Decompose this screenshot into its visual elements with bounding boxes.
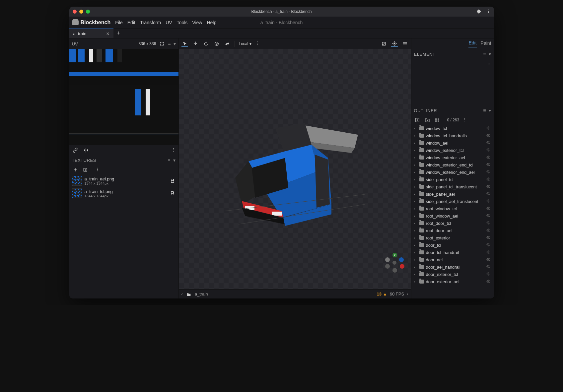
close-tab-button[interactable]: ×	[106, 31, 109, 37]
extension-icon[interactable]	[477, 9, 481, 15]
outliner-item[interactable]: › door_tcl_handrail	[411, 249, 494, 256]
menu-tools[interactable]: Tools	[177, 20, 188, 25]
visibility-toggle-icon[interactable]	[486, 235, 491, 241]
save-texture-button[interactable]	[169, 177, 176, 184]
expand-chevron-icon[interactable]: ›	[414, 156, 417, 160]
outliner-item[interactable]: › side_panel_ael_translucent	[411, 198, 494, 205]
visibility-toggle-icon[interactable]	[486, 162, 491, 168]
kebab-menu-icon[interactable]	[486, 9, 491, 15]
cursor-tool-icon[interactable]	[181, 40, 188, 47]
breadcrumb-root-icon[interactable]	[185, 291, 192, 297]
visibility-toggle-icon[interactable]	[486, 191, 491, 197]
expand-chevron-icon[interactable]: ›	[414, 243, 417, 247]
outliner-item[interactable]: › window_exterior_ael	[411, 154, 494, 161]
visibility-toggle-icon[interactable]	[486, 126, 491, 131]
outliner-item[interactable]: › side_panel_tcl	[411, 176, 494, 183]
menu-help[interactable]: Help	[207, 20, 216, 25]
visibility-toggle-icon[interactable]	[486, 184, 491, 190]
textures-panel-chevron[interactable]: ▾	[173, 158, 176, 163]
expand-chevron-icon[interactable]: ›	[414, 200, 417, 203]
outliner-item[interactable]: › window_exterior_end_tcl	[411, 161, 494, 168]
outliner-item[interactable]: › roof_window_tcl	[411, 205, 494, 212]
edit-mode-tab[interactable]: Edit	[468, 40, 476, 47]
visibility-toggle-icon[interactable]	[486, 169, 491, 175]
textures-panel-menu[interactable]: ≡	[168, 158, 171, 163]
3d-viewport[interactable]: Y	[179, 49, 411, 289]
breadcrumb-back[interactable]: ‹	[181, 292, 183, 296]
mirror-icon[interactable]	[83, 147, 89, 154]
outliner-item[interactable]: › side_panel_tcl_translucent	[411, 183, 494, 190]
expand-chevron-icon[interactable]: ›	[414, 265, 417, 269]
outliner-item[interactable]: › roof_exterior	[411, 234, 494, 241]
minimize-window-button[interactable]	[79, 10, 83, 14]
visibility-toggle-icon[interactable]	[486, 155, 491, 161]
outliner-item[interactable]: › door_tcl	[411, 241, 494, 249]
viewport-toolbar-menu[interactable]	[255, 41, 260, 46]
outliner-item[interactable]: › window_exterior_end_ael	[411, 168, 494, 176]
outliner-item[interactable]: › window_exterior_tcl	[411, 147, 494, 154]
outliner-item[interactable]: › door_ael_handrail	[411, 263, 494, 271]
visibility-toggle-icon[interactable]	[486, 133, 491, 139]
import-texture-button[interactable]	[82, 166, 89, 173]
expand-chevron-icon[interactable]: ›	[414, 258, 417, 262]
element-panel-chevron[interactable]: ▾	[489, 51, 491, 57]
textures-toolbar-menu[interactable]	[95, 167, 100, 173]
expand-chevron-icon[interactable]: ›	[414, 134, 417, 138]
expand-chevron-icon[interactable]: ›	[414, 236, 417, 240]
visibility-toggle-icon[interactable]	[486, 199, 491, 204]
visibility-toggle-icon[interactable]	[486, 272, 491, 277]
move-tool-icon[interactable]	[192, 40, 199, 47]
rotate-tool-icon[interactable]	[203, 40, 209, 47]
outliner-item[interactable]: › door_ael	[411, 256, 494, 263]
pivot-tool-icon[interactable]	[224, 40, 231, 47]
add-texture-button[interactable]	[72, 166, 79, 173]
menu-edit[interactable]: Edit	[127, 20, 135, 25]
uv-panel-chevron[interactable]: ▾	[174, 41, 176, 46]
uv-viewport[interactable]	[69, 49, 178, 145]
expand-chevron-icon[interactable]: ›	[414, 127, 417, 130]
breadcrumb-path[interactable]: a_train	[195, 292, 208, 296]
visibility-toggle-icon[interactable]	[486, 206, 491, 212]
texture-item[interactable]: a_train_tcl.png 1344 x 1344px	[69, 187, 178, 200]
viewport-options-icon[interactable]	[402, 40, 408, 47]
expand-chevron-icon[interactable]: ›	[414, 207, 417, 211]
menu-view[interactable]: View	[192, 20, 202, 25]
expand-chevron-icon[interactable]: ›	[414, 178, 417, 181]
expand-chevron-icon[interactable]: ›	[414, 222, 417, 225]
expand-chevron-icon[interactable]: ›	[414, 214, 417, 218]
uv-toolbar-menu[interactable]	[171, 148, 176, 153]
outliner-item[interactable]: › side_panel_ael	[411, 190, 494, 198]
menu-uv[interactable]: UV	[166, 20, 172, 25]
visibility-toggle-icon[interactable]	[486, 148, 491, 153]
shading-icon[interactable]	[391, 40, 398, 47]
expand-chevron-icon[interactable]: ›	[414, 170, 417, 174]
expand-chevron-icon[interactable]: ›	[414, 192, 417, 196]
link-icon[interactable]	[72, 147, 79, 154]
outliner-panel-menu[interactable]: ≡	[483, 108, 486, 113]
uv-panel-menu[interactable]: ≡	[168, 41, 171, 46]
outliner-item[interactable]: › window_tcl_handrails	[411, 132, 494, 139]
visibility-toggle-icon[interactable]	[486, 177, 491, 182]
maximize-window-button[interactable]	[86, 10, 90, 14]
orientation-gizmo[interactable]: Y	[385, 253, 404, 273]
background-image-icon[interactable]	[381, 40, 387, 47]
visibility-toggle-icon[interactable]	[486, 264, 491, 270]
breadcrumb-forward[interactable]: ›	[407, 292, 408, 296]
outliner-item[interactable]: › window_ael	[411, 139, 494, 147]
fullscreen-icon[interactable]	[159, 40, 165, 47]
outliner-item[interactable]: › roof_door_ael	[411, 227, 494, 234]
outliner-item[interactable]: › door_exterior_tcl	[411, 271, 494, 278]
texture-item[interactable]: a_train_ael.png 1344 x 1344px	[69, 174, 178, 187]
visibility-toggle-icon[interactable]	[486, 213, 491, 219]
expand-chevron-icon[interactable]: ›	[414, 141, 417, 145]
outliner-item[interactable]: › door_exterior_ael	[411, 278, 494, 285]
element-body-menu[interactable]	[487, 61, 491, 67]
visibility-toggle-icon[interactable]	[486, 221, 491, 226]
expand-chevron-icon[interactable]: ›	[414, 149, 417, 152]
element-panel-menu[interactable]: ≡	[483, 51, 486, 57]
visibility-toggle-icon[interactable]	[486, 242, 491, 248]
visibility-toggle-icon[interactable]	[486, 140, 491, 146]
menu-transform[interactable]: Transform	[140, 20, 161, 25]
outliner-options-button[interactable]	[434, 117, 441, 123]
add-tab-button[interactable]: +	[113, 29, 124, 38]
